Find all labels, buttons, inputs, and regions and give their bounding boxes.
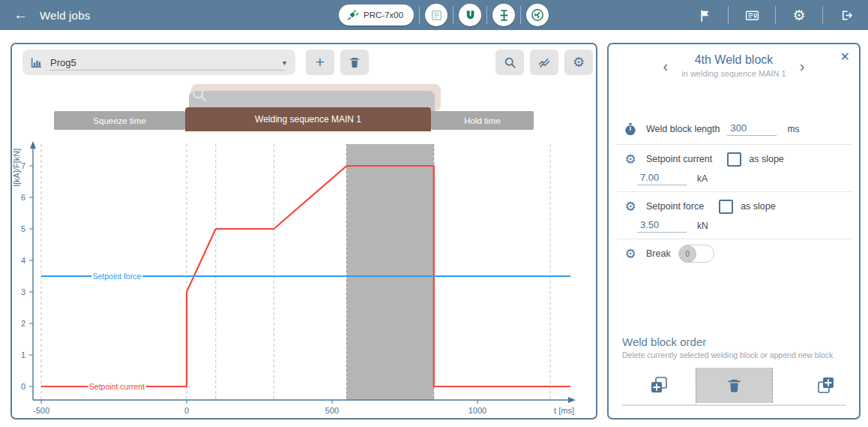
flag-icon <box>699 9 711 22</box>
divider <box>419 6 420 24</box>
delete-block-icon[interactable] <box>726 377 742 393</box>
fan-icon <box>531 8 544 22</box>
license-button[interactable] <box>741 9 763 22</box>
setpoint-force-value-row: 3.50 kN <box>637 216 850 236</box>
weld-block-panel: ✕ ‹ 4th Weld block in welding sequence M… <box>607 43 861 419</box>
svg-text:2: 2 <box>21 319 25 328</box>
svg-text:0: 0 <box>184 406 189 415</box>
device-name: PRC-7x00 <box>364 11 403 20</box>
tab-hold-time[interactable]: Hold time <box>431 111 534 130</box>
gear-chip-icon: ⚙ <box>792 8 805 23</box>
setpoint-force-input[interactable]: 3.50 <box>637 219 687 233</box>
gear-icon: ⚙ <box>622 153 639 166</box>
weld-block-title: 4th Weld block <box>681 53 786 67</box>
svg-text:Setpoint force: Setpoint force <box>92 272 141 281</box>
weld-block-length-label: Weld block length <box>646 124 720 134</box>
next-block-button[interactable]: › <box>798 59 807 74</box>
chevron-down-icon: ▾ <box>283 59 286 67</box>
clipboard-icon <box>430 9 443 22</box>
gear-icon: ⚙ <box>573 56 585 69</box>
search-icon <box>504 56 516 69</box>
divider <box>520 6 521 24</box>
program-select-value: Prog5 <box>50 57 76 68</box>
svg-text:500: 500 <box>325 406 339 415</box>
break-toggle[interactable]: 0 <box>678 245 714 263</box>
selected-block-slot <box>696 368 773 403</box>
divider <box>822 6 823 24</box>
trash-icon <box>349 56 361 68</box>
magnet-button[interactable] <box>459 4 481 26</box>
current-as-slope-checkbox[interactable] <box>727 152 741 167</box>
break-row: ⚙ Break 0 <box>622 244 850 263</box>
divider <box>615 239 853 239</box>
magnet-icon <box>464 9 477 22</box>
device-button[interactable]: PRC-7x00 <box>339 5 414 26</box>
tab-squeeze-time[interactable]: Squeeze time <box>54 111 185 130</box>
fan-button[interactable] <box>526 4 549 26</box>
gear-icon: ⚙ <box>622 248 639 260</box>
divider <box>615 191 853 192</box>
divider <box>486 6 487 24</box>
flag-button[interactable] <box>693 9 716 22</box>
divider <box>728 6 729 24</box>
add-block-after-button[interactable] <box>816 375 836 395</box>
svg-text:4: 4 <box>21 256 25 265</box>
svg-text:3: 3 <box>21 287 25 296</box>
svg-text:7: 7 <box>21 161 25 170</box>
plus-icon: + <box>316 53 325 71</box>
svg-text:1000: 1000 <box>468 406 486 415</box>
svg-text:6: 6 <box>21 193 25 202</box>
add-before-icon <box>649 375 669 395</box>
svg-text:0: 0 <box>21 382 25 391</box>
weld-block-length-input[interactable]: 300 <box>727 122 777 136</box>
add-block-before-button[interactable] <box>649 375 669 395</box>
force-as-slope-label: as slope <box>741 201 776 212</box>
curves-button[interactable] <box>530 50 558 75</box>
force-as-slope-checkbox[interactable] <box>719 200 733 214</box>
weld-block-order-subtitle: Delete currently selected welding block … <box>622 350 833 359</box>
measure-button[interactable] <box>492 4 515 26</box>
divider <box>453 6 453 24</box>
program-select[interactable]: Prog5 ▾ <box>22 50 295 75</box>
machine-settings-button[interactable]: ⚙ <box>788 8 810 23</box>
search-button[interactable] <box>495 50 524 75</box>
svg-text:Setpoint current: Setpoint current <box>89 382 145 391</box>
weld-chart[interactable]: 01234567-50005001000t [ms]I[kA]/F[kN]Set… <box>12 133 593 415</box>
current-as-slope-label: as slope <box>749 154 784 164</box>
add-program-button[interactable]: + <box>306 50 334 75</box>
setpoint-current-label: Setpoint current <box>646 154 712 164</box>
divider <box>615 144 853 145</box>
tab-welding-sequence-main-1[interactable]: Welding sequence MAIN 1 <box>185 107 431 131</box>
divider <box>775 6 776 24</box>
setpoint-current-row: ⚙ Setpoint current as slope <box>622 149 850 169</box>
setpoint-current-input[interactable]: 7.00 <box>637 172 687 185</box>
setpoint-force-unit: kN <box>697 221 708 231</box>
stack-zoom-icon <box>191 86 208 103</box>
break-label: Break <box>646 248 671 259</box>
prev-block-button[interactable]: ‹ <box>662 59 670 74</box>
caliper-plus-icon <box>498 9 510 22</box>
setpoint-current-value-row: 7.00 kA <box>637 169 850 188</box>
stopwatch-icon <box>622 122 639 137</box>
bar-chart-icon <box>30 56 43 69</box>
weld-block-order-title: Weld block order <box>622 335 706 348</box>
break-toggle-knob: 0 <box>679 245 696 263</box>
weld-jobs-screen: ← Weld jobs PRC-7x00 <box>0 0 868 427</box>
weld-block-subtitle: in welding sequence MAIN 1 <box>681 69 786 78</box>
job-list-button[interactable] <box>425 4 447 26</box>
back-arrow-icon[interactable]: ← <box>13 7 28 23</box>
weld-block-length-unit: ms <box>787 124 799 134</box>
trend-lines-icon <box>537 56 551 69</box>
weld-program-card: Prog5 ▾ + ⚙ <box>10 43 597 419</box>
setpoint-force-label: Setpoint force <box>646 201 704 212</box>
settings-button[interactable]: ⚙ <box>564 50 593 75</box>
setpoint-current-unit: kA <box>697 173 708 184</box>
logout-icon <box>840 9 853 22</box>
logout-button[interactable] <box>835 9 858 22</box>
delete-program-button[interactable] <box>340 50 369 75</box>
svg-text:5: 5 <box>21 224 25 233</box>
order-baseline <box>622 404 846 406</box>
gear-icon: ⚙ <box>622 200 639 213</box>
svg-text:I[kA]/F[kN]: I[kA]/F[kN] <box>12 149 21 187</box>
setpoint-force-row: ⚙ Setpoint force as slope <box>622 197 850 216</box>
